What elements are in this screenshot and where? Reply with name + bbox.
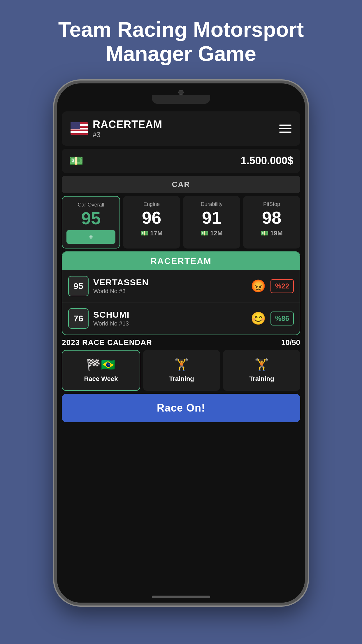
driver-stat-vertassen: %22 [270,279,294,293]
car-upgrade-button[interactable]: + [66,230,115,244]
team-section-title: RACERTEAM [150,256,212,266]
driver-row-vertassen: 95 VERTASSEN World No #3 😡 %22 [62,270,300,302]
car-engine-value: 96 [142,209,161,227]
phone-notch [152,95,210,104]
team-section: RACERTEAM 95 VERTASSEN World No #3 😡 %22 [62,251,300,335]
bottom-button-area: Race On! [62,394,300,422]
pitstop-cost-icon: 💵 [261,230,268,237]
home-bar [152,596,210,598]
car-durability-value: 91 [202,209,222,227]
driver-stat-schumi: %86 [270,312,294,326]
training-1-label: Training [169,375,194,383]
car-overall-label: Car Overall [78,202,104,208]
money-amount: 1.500.000$ [241,155,293,167]
race-on-button[interactable]: Race On! [62,394,300,422]
home-indicator [57,591,305,603]
driver-mood-vertassen: 😡 [251,279,266,293]
car-durability-label: Durability [201,201,222,207]
car-engine-label: Engine [143,201,160,207]
driver-name-schumi: SCHUMI [93,310,246,320]
calendar-item-race-week[interactable]: 🏁🇧🇷 Race Week [62,350,140,391]
menu-line-1 [279,125,291,126]
driver-mood-schumi: 😊 [251,311,266,326]
calendar-header: 2023 RACE CALENDAR 10/50 [62,338,300,347]
training-2-label: Training [249,375,274,383]
calendar-progress: 10/50 [281,338,300,347]
car-pitstop-value: 98 [262,209,282,227]
durability-cost-value: 12M [210,230,223,237]
car-durability-card: Durability 91 💵 12M [183,196,240,249]
durability-cost-icon: 💵 [201,230,208,237]
menu-button[interactable] [279,125,291,133]
car-overall-value: 95 [81,210,101,227]
car-section-label: CAR [172,180,190,189]
driver-row-schumi: 76 SCHUMI World No #13 😊 %86 [62,302,300,335]
car-section-header: CAR [62,176,300,193]
car-pitstop-label: PitStop [263,201,280,207]
training-1-icon: 🏋 [174,358,189,372]
phone-top-bar [57,83,305,107]
pitstop-cost: 💵 19M [261,230,283,237]
driver-rank-schumi: World No #13 [93,320,246,327]
training-2-icon: 🏋 [254,358,269,372]
team-name: RACERTEAM [93,118,162,131]
page-title: Team Racing Motorsport Manager Game [41,18,321,66]
car-engine-card: Engine 96 💵 17M [123,196,180,249]
driver-details-schumi: SCHUMI World No #13 [93,310,246,327]
team-section-header: RACERTEAM [62,252,300,270]
driver-rank-vertassen: World No #3 [93,288,246,295]
phone-content: RACERTEAM #3 💵 1.500.000$ CAR Car Overal… [57,107,305,591]
menu-line-3 [279,132,291,133]
car-stats-row: Car Overall 95 + Engine 96 💵 17M Durabil… [62,196,300,249]
pitstop-cost-value: 19M [270,230,283,237]
money-icon: 💵 [69,154,83,168]
car-overall-card: Car Overall 95 + [62,196,120,249]
app-header: RACERTEAM #3 [62,111,300,146]
flag-icon [71,122,88,135]
race-week-icon: 🏁🇧🇷 [86,358,115,372]
calendar-title: 2023 RACE CALENDAR [62,338,152,347]
driver-details-vertassen: VERTASSEN World No #3 [93,277,246,295]
menu-line-2 [279,128,291,129]
driver-rating-vertassen: 95 [68,276,89,296]
engine-cost-icon: 💵 [140,230,148,237]
durability-cost: 💵 12M [201,230,223,237]
calendar-section: 2023 RACE CALENDAR 10/50 🏁🇧🇷 Race Week 🏋… [62,338,300,391]
calendar-item-training-2[interactable]: 🏋 Training [223,350,300,391]
calendar-items: 🏁🇧🇷 Race Week 🏋 Training 🏋 Training [62,350,300,391]
phone-frame: RACERTEAM #3 💵 1.500.000$ CAR Car Overal… [54,80,308,606]
team-info: RACERTEAM #3 [71,118,162,139]
driver-rating-schumi: 76 [68,308,89,329]
driver-name-vertassen: VERTASSEN [93,277,246,287]
engine-cost: 💵 17M [140,230,163,237]
engine-cost-value: 17M [150,230,163,237]
calendar-item-training-1[interactable]: 🏋 Training [143,350,220,391]
money-bar: 💵 1.500.000$ [62,149,300,173]
car-pitstop-card: PitStop 98 💵 19M [243,196,300,249]
race-week-label: Race Week [84,375,118,383]
phone-camera [178,90,184,95]
team-name-group: RACERTEAM #3 [93,118,162,139]
team-number: #3 [93,131,162,139]
